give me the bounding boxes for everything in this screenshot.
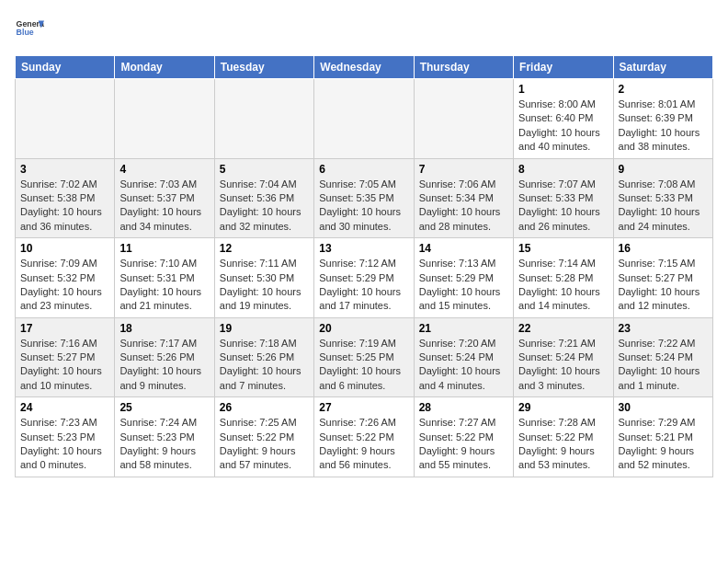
calendar-cell: 29Sunrise: 7:28 AMSunset: 5:22 PMDayligh… <box>514 397 613 477</box>
week-row-2: 3Sunrise: 7:02 AMSunset: 5:38 PMDaylight… <box>16 158 713 238</box>
day-number: 30 <box>619 401 708 414</box>
day-number: 27 <box>319 401 408 414</box>
day-info: Sunrise: 8:01 AMSunset: 6:39 PMDaylight:… <box>619 98 708 155</box>
calendar-cell: 3Sunrise: 7:02 AMSunset: 5:38 PMDaylight… <box>16 158 115 238</box>
calendar-cell: 21Sunrise: 7:20 AMSunset: 5:24 PMDayligh… <box>414 317 513 397</box>
calendar-cell: 14Sunrise: 7:13 AMSunset: 5:29 PMDayligh… <box>414 238 513 318</box>
day-number: 15 <box>518 242 608 255</box>
day-info: Sunrise: 7:04 AMSunset: 5:36 PMDaylight:… <box>220 178 309 235</box>
calendar-cell: 19Sunrise: 7:18 AMSunset: 5:26 PMDayligh… <box>214 317 313 397</box>
day-info: Sunrise: 7:07 AMSunset: 5:33 PMDaylight:… <box>518 178 608 235</box>
day-number: 7 <box>419 163 508 176</box>
calendar-cell: 24Sunrise: 7:23 AMSunset: 5:23 PMDayligh… <box>16 397 115 477</box>
day-info: Sunrise: 7:03 AMSunset: 5:37 PMDaylight:… <box>119 178 209 235</box>
calendar-cell: 13Sunrise: 7:12 AMSunset: 5:29 PMDayligh… <box>314 238 414 318</box>
day-number: 28 <box>419 401 508 414</box>
day-info: Sunrise: 7:21 AMSunset: 5:24 PMDaylight:… <box>518 337 608 394</box>
logo: General Blue <box>15 15 44 44</box>
day-info: Sunrise: 7:18 AMSunset: 5:26 PMDaylight:… <box>220 337 309 394</box>
week-row-5: 24Sunrise: 7:23 AMSunset: 5:23 PMDayligh… <box>16 397 713 477</box>
day-info: Sunrise: 7:26 AMSunset: 5:22 PMDaylight:… <box>319 416 408 473</box>
header: General Blue <box>15 15 713 44</box>
weekday-header-wednesday: Wednesday <box>314 56 414 79</box>
day-info: Sunrise: 7:13 AMSunset: 5:29 PMDaylight:… <box>419 257 508 314</box>
calendar-cell: 30Sunrise: 7:29 AMSunset: 5:21 PMDayligh… <box>613 397 712 477</box>
day-info: Sunrise: 7:22 AMSunset: 5:24 PMDaylight:… <box>619 337 708 394</box>
calendar-cell: 12Sunrise: 7:11 AMSunset: 5:30 PMDayligh… <box>214 238 313 318</box>
day-number: 25 <box>119 401 209 414</box>
day-info: Sunrise: 7:16 AMSunset: 5:27 PMDaylight:… <box>20 337 109 394</box>
day-number: 21 <box>419 322 508 335</box>
day-number: 11 <box>119 242 209 255</box>
day-info: Sunrise: 7:11 AMSunset: 5:30 PMDaylight:… <box>220 257 309 314</box>
day-number: 2 <box>619 83 708 96</box>
calendar-cell: 4Sunrise: 7:03 AMSunset: 5:37 PMDaylight… <box>115 158 214 238</box>
day-number: 18 <box>119 322 209 335</box>
day-number: 24 <box>20 401 109 414</box>
day-number: 10 <box>20 242 109 255</box>
calendar-cell: 22Sunrise: 7:21 AMSunset: 5:24 PMDayligh… <box>514 317 613 397</box>
weekday-header-thursday: Thursday <box>414 56 513 79</box>
calendar-cell: 16Sunrise: 7:15 AMSunset: 5:27 PMDayligh… <box>613 238 712 318</box>
day-number: 23 <box>619 322 708 335</box>
calendar-cell <box>16 79 115 159</box>
day-number: 17 <box>20 322 109 335</box>
calendar-cell: 28Sunrise: 7:27 AMSunset: 5:22 PMDayligh… <box>414 397 513 477</box>
calendar-cell: 26Sunrise: 7:25 AMSunset: 5:22 PMDayligh… <box>214 397 313 477</box>
calendar-cell: 7Sunrise: 7:06 AMSunset: 5:34 PMDaylight… <box>414 158 513 238</box>
weekday-header-saturday: Saturday <box>613 56 712 79</box>
day-info: Sunrise: 8:00 AMSunset: 6:40 PMDaylight:… <box>518 98 608 155</box>
day-info: Sunrise: 7:17 AMSunset: 5:26 PMDaylight:… <box>119 337 209 394</box>
day-info: Sunrise: 7:28 AMSunset: 5:22 PMDaylight:… <box>518 416 608 473</box>
week-row-4: 17Sunrise: 7:16 AMSunset: 5:27 PMDayligh… <box>16 317 713 397</box>
weekday-header-tuesday: Tuesday <box>214 56 313 79</box>
day-info: Sunrise: 7:14 AMSunset: 5:28 PMDaylight:… <box>518 257 608 314</box>
calendar-cell: 5Sunrise: 7:04 AMSunset: 5:36 PMDaylight… <box>214 158 313 238</box>
calendar-cell: 15Sunrise: 7:14 AMSunset: 5:28 PMDayligh… <box>514 238 613 318</box>
day-number: 29 <box>518 401 608 414</box>
calendar: SundayMondayTuesdayWednesdayThursdayFrid… <box>15 55 713 477</box>
weekday-header-friday: Friday <box>514 56 613 79</box>
day-number: 9 <box>619 163 708 176</box>
day-number: 14 <box>419 242 508 255</box>
day-number: 4 <box>119 163 209 176</box>
day-info: Sunrise: 7:12 AMSunset: 5:29 PMDaylight:… <box>319 257 408 314</box>
day-info: Sunrise: 7:09 AMSunset: 5:32 PMDaylight:… <box>20 257 109 314</box>
day-info: Sunrise: 7:25 AMSunset: 5:22 PMDaylight:… <box>220 416 309 473</box>
day-number: 8 <box>518 163 608 176</box>
day-number: 3 <box>20 163 109 176</box>
day-info: Sunrise: 7:29 AMSunset: 5:21 PMDaylight:… <box>619 416 708 473</box>
day-info: Sunrise: 7:19 AMSunset: 5:25 PMDaylight:… <box>319 337 408 394</box>
day-number: 19 <box>220 322 309 335</box>
week-row-3: 10Sunrise: 7:09 AMSunset: 5:32 PMDayligh… <box>16 238 713 318</box>
day-number: 16 <box>619 242 708 255</box>
weekday-header-row: SundayMondayTuesdayWednesdayThursdayFrid… <box>16 56 713 79</box>
day-number: 13 <box>319 242 408 255</box>
day-info: Sunrise: 7:02 AMSunset: 5:38 PMDaylight:… <box>20 178 109 235</box>
day-number: 5 <box>220 163 309 176</box>
day-number: 22 <box>518 322 608 335</box>
svg-text:Blue: Blue <box>17 28 34 37</box>
calendar-cell: 10Sunrise: 7:09 AMSunset: 5:32 PMDayligh… <box>16 238 115 318</box>
calendar-cell: 2Sunrise: 8:01 AMSunset: 6:39 PMDaylight… <box>613 79 712 159</box>
logo-icon: General Blue <box>15 15 44 44</box>
calendar-cell: 27Sunrise: 7:26 AMSunset: 5:22 PMDayligh… <box>314 397 414 477</box>
weekday-header-sunday: Sunday <box>16 56 115 79</box>
day-number: 1 <box>518 83 608 96</box>
calendar-cell <box>314 79 414 159</box>
calendar-cell: 9Sunrise: 7:08 AMSunset: 5:33 PMDaylight… <box>613 158 712 238</box>
calendar-cell: 6Sunrise: 7:05 AMSunset: 5:35 PMDaylight… <box>314 158 414 238</box>
day-number: 12 <box>220 242 309 255</box>
day-number: 6 <box>319 163 408 176</box>
calendar-cell: 8Sunrise: 7:07 AMSunset: 5:33 PMDaylight… <box>514 158 613 238</box>
day-number: 20 <box>319 322 408 335</box>
day-info: Sunrise: 7:23 AMSunset: 5:23 PMDaylight:… <box>20 416 109 473</box>
day-info: Sunrise: 7:08 AMSunset: 5:33 PMDaylight:… <box>619 178 708 235</box>
calendar-cell <box>115 79 214 159</box>
calendar-cell: 11Sunrise: 7:10 AMSunset: 5:31 PMDayligh… <box>115 238 214 318</box>
day-info: Sunrise: 7:27 AMSunset: 5:22 PMDaylight:… <box>419 416 508 473</box>
calendar-cell <box>414 79 513 159</box>
day-info: Sunrise: 7:06 AMSunset: 5:34 PMDaylight:… <box>419 178 508 235</box>
day-info: Sunrise: 7:15 AMSunset: 5:27 PMDaylight:… <box>619 257 708 314</box>
calendar-cell: 1Sunrise: 8:00 AMSunset: 6:40 PMDaylight… <box>514 79 613 159</box>
